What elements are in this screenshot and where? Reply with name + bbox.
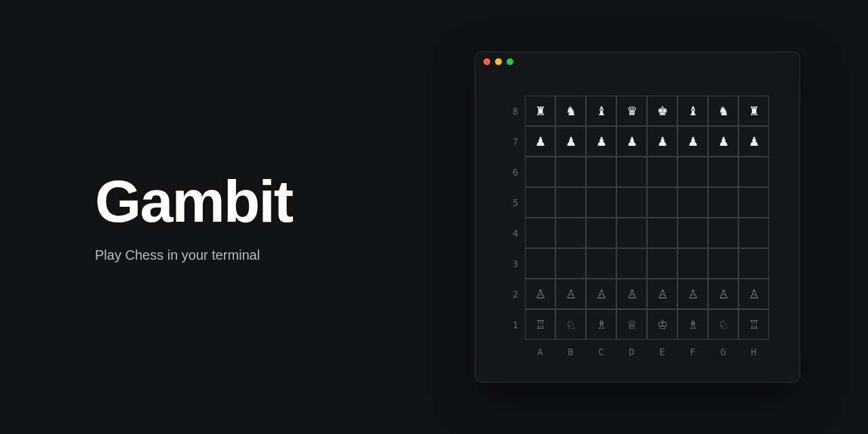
chess-piece-icon: ♙ — [749, 288, 760, 300]
chess-piece-icon: ♕ — [627, 319, 637, 331]
chess-piece-icon: ♟ — [688, 136, 698, 148]
board-cell[interactable]: ♘ — [708, 309, 738, 340]
board-cell[interactable] — [738, 218, 769, 248]
board-cell[interactable] — [708, 187, 738, 218]
chess-piece-icon: ♟ — [535, 136, 546, 148]
board-cell[interactable]: ♗ — [677, 309, 708, 340]
board-cell[interactable] — [647, 218, 677, 248]
file-label: B — [555, 340, 586, 357]
board-cell[interactable] — [708, 157, 738, 187]
board-cell[interactable]: ♟ — [525, 126, 555, 157]
close-icon[interactable] — [484, 58, 490, 65]
chess-piece-icon: ♜ — [749, 105, 760, 117]
board-cell[interactable]: ♔ — [647, 309, 677, 340]
chess-piece-icon: ♟ — [627, 136, 637, 148]
chess-piece-icon: ♝ — [596, 105, 607, 117]
window-titlebar — [475, 52, 800, 71]
board-cell[interactable]: ♖ — [738, 309, 769, 340]
chess-piece-icon: ♖ — [535, 319, 546, 331]
board-cell[interactable]: ♙ — [708, 279, 738, 309]
board-cell[interactable]: ♗ — [586, 309, 616, 340]
board-cell[interactable] — [677, 157, 708, 187]
board-cell[interactable]: ♞ — [555, 96, 586, 126]
board-cell[interactable] — [647, 187, 677, 218]
board-cell[interactable] — [616, 218, 647, 248]
board-cell[interactable] — [616, 187, 647, 218]
board-cell[interactable]: ♜ — [738, 96, 769, 126]
minimize-icon[interactable] — [495, 58, 502, 65]
board-cell[interactable]: ♟ — [708, 126, 738, 157]
rank-label: 6 — [506, 167, 525, 178]
board-cell[interactable]: ♝ — [677, 96, 708, 126]
chess-piece-icon: ♙ — [657, 288, 668, 300]
chess-piece-icon: ♟ — [596, 136, 607, 148]
board-cell[interactable] — [738, 187, 769, 218]
board-cell[interactable] — [677, 218, 708, 248]
board-cell[interactable] — [525, 157, 555, 187]
chess-piece-icon: ♜ — [535, 105, 546, 117]
board-cell[interactable]: ♙ — [616, 279, 647, 309]
app-title: Gambit — [95, 172, 475, 231]
chess-piece-icon: ♟ — [718, 136, 729, 148]
board-cell[interactable]: ♙ — [586, 279, 616, 309]
chess-board[interactable]: 8♜♞♝♛♚♝♞♜7♟♟♟♟♟♟♟♟65432♙♙♙♙♙♙♙♙1♖♘♗♕♔♗♘♖… — [506, 96, 769, 357]
terminal-window: 8♜♞♝♛♚♝♞♜7♟♟♟♟♟♟♟♟65432♙♙♙♙♙♙♙♙1♖♘♗♕♔♗♘♖… — [475, 52, 800, 382]
board-cell[interactable] — [586, 157, 616, 187]
chess-piece-icon: ♙ — [718, 288, 729, 300]
chess-piece-icon: ♟ — [566, 136, 576, 148]
rank-label: 7 — [506, 136, 525, 147]
board-cell[interactable] — [677, 248, 708, 279]
board-cell[interactable] — [708, 248, 738, 279]
board-cell[interactable] — [525, 187, 555, 218]
chess-piece-icon: ♞ — [718, 105, 729, 117]
board-cell[interactable]: ♟ — [586, 126, 616, 157]
board-cell[interactable]: ♟ — [738, 126, 769, 157]
board-cell[interactable] — [616, 248, 647, 279]
board-cell[interactable] — [586, 187, 616, 218]
board-cell[interactable] — [616, 157, 647, 187]
board-cell[interactable]: ♙ — [525, 279, 555, 309]
board-cell[interactable]: ♕ — [616, 309, 647, 340]
board-cell[interactable]: ♙ — [647, 279, 677, 309]
maximize-icon[interactable] — [507, 58, 513, 65]
board-cell[interactable] — [647, 248, 677, 279]
chess-piece-icon: ♙ — [688, 288, 698, 300]
board-cell[interactable] — [738, 248, 769, 279]
board-cell[interactable]: ♟ — [647, 126, 677, 157]
rank-label: 4 — [506, 228, 525, 239]
file-label: G — [708, 340, 738, 357]
file-label: D — [616, 340, 647, 357]
board-cell[interactable]: ♟ — [677, 126, 708, 157]
board-cell[interactable]: ♙ — [738, 279, 769, 309]
board-cell[interactable]: ♟ — [616, 126, 647, 157]
board-cell[interactable] — [647, 157, 677, 187]
board-cell[interactable] — [555, 157, 586, 187]
chess-piece-icon: ♔ — [657, 319, 668, 331]
board-cell[interactable]: ♜ — [525, 96, 555, 126]
board-cell[interactable] — [525, 248, 555, 279]
board-cell[interactable]: ♛ — [616, 96, 647, 126]
board-cell[interactable] — [586, 248, 616, 279]
board-cell[interactable] — [738, 157, 769, 187]
board-cell[interactable] — [555, 187, 586, 218]
board-cell[interactable]: ♖ — [525, 309, 555, 340]
chess-piece-icon: ♟ — [657, 136, 668, 148]
board-cell[interactable] — [555, 248, 586, 279]
board-cell[interactable] — [586, 218, 616, 248]
board-cell[interactable]: ♟ — [555, 126, 586, 157]
board-cell[interactable] — [555, 218, 586, 248]
chess-piece-icon: ♛ — [627, 105, 637, 117]
board-cell[interactable]: ♞ — [708, 96, 738, 126]
board-cell[interactable]: ♝ — [586, 96, 616, 126]
board-cell[interactable]: ♚ — [647, 96, 677, 126]
rank-label: 2 — [506, 289, 525, 300]
chess-piece-icon: ♙ — [596, 288, 607, 300]
file-label: E — [647, 340, 677, 357]
board-cell[interactable]: ♙ — [555, 279, 586, 309]
board-cell[interactable] — [708, 218, 738, 248]
board-cell[interactable]: ♘ — [555, 309, 586, 340]
board-cell[interactable]: ♙ — [677, 279, 708, 309]
board-cell[interactable] — [525, 218, 555, 248]
rank-label: 5 — [506, 197, 525, 208]
board-cell[interactable] — [677, 187, 708, 218]
